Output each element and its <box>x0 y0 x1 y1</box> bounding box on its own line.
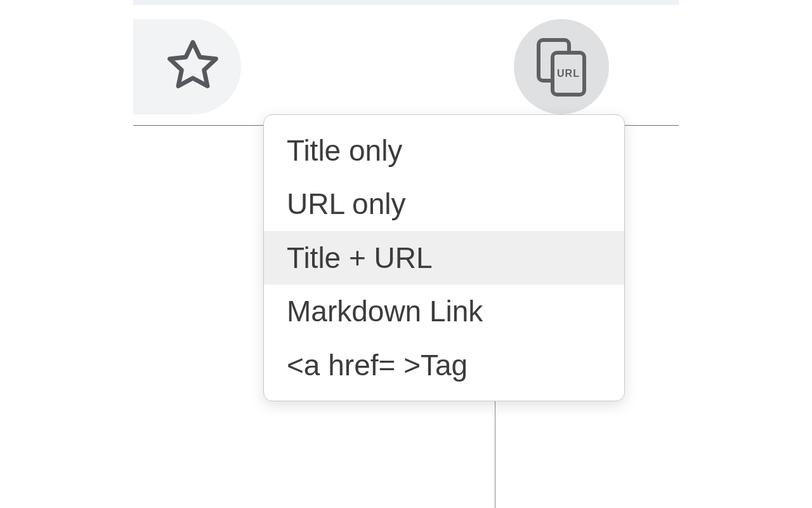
menu-item-url-only[interactable]: URL only <box>264 177 624 231</box>
copy-format-menu: Title only URL only Title + URL Markdown… <box>263 114 625 401</box>
bookmark-button[interactable] <box>133 19 241 114</box>
menu-item-markdown-link[interactable]: Markdown Link <box>264 284 624 338</box>
menu-item-a-href-tag[interactable]: <a href= >Tag <box>264 338 624 392</box>
star-icon <box>164 36 222 97</box>
toolbar-top-strip <box>133 0 679 5</box>
copy-url-icon: URL <box>537 38 586 95</box>
url-badge-text: URL <box>557 68 580 79</box>
copy-url-extension-button[interactable]: URL <box>514 19 609 114</box>
menu-item-title-only[interactable]: Title only <box>264 124 624 177</box>
menu-item-title-url[interactable]: Title + URL <box>264 231 624 284</box>
